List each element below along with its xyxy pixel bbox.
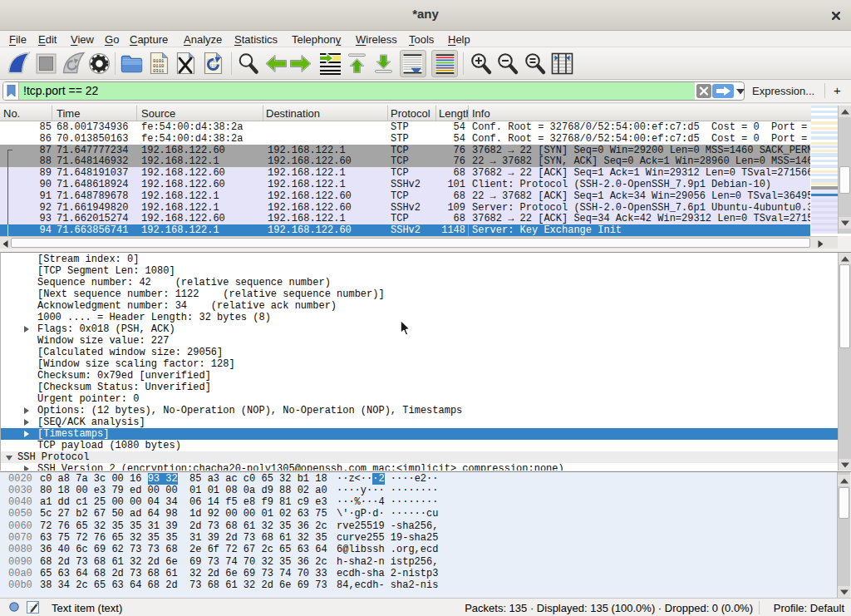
svg-text:0311: 0311 <box>153 68 165 74</box>
